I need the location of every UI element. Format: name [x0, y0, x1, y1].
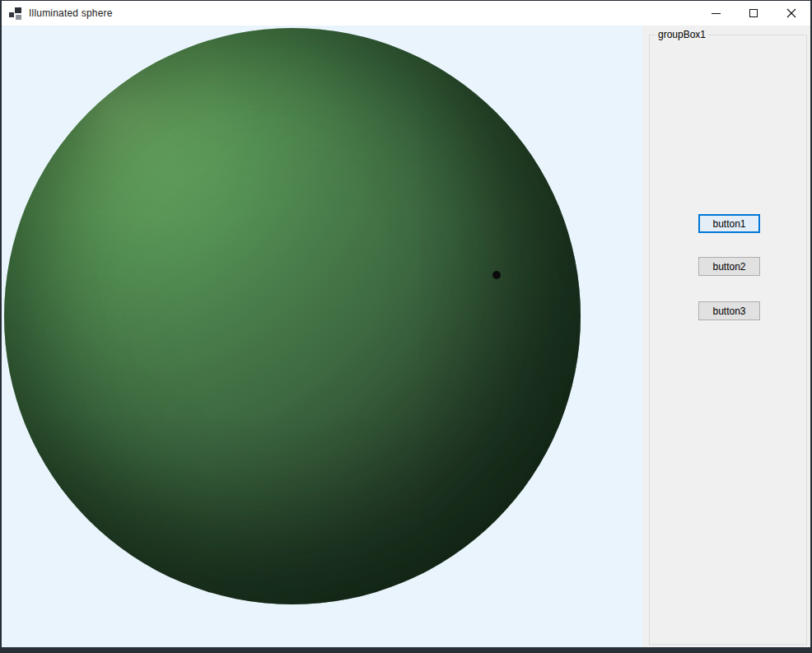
minimize-button[interactable] — [697, 1, 735, 26]
app-window: Illuminated sphere groupBox1 button1 — [0, 0, 812, 653]
side-panel: groupBox1 button1 button2 button3 — [642, 26, 810, 647]
button3[interactable]: button3 — [698, 301, 760, 320]
groupbox-label: groupBox1 — [656, 29, 708, 40]
groupbox: groupBox1 button1 button2 button3 — [649, 35, 807, 645]
titlebar[interactable]: Illuminated sphere — [2, 1, 810, 26]
window-title: Illuminated sphere — [29, 7, 113, 19]
window-minimize-icon — [712, 13, 721, 14]
button2[interactable]: button2 — [698, 257, 760, 276]
render-canvas[interactable] — [2, 26, 642, 647]
button1[interactable]: button1 — [698, 214, 760, 233]
application-icon — [9, 7, 22, 20]
window-maximize-icon — [749, 9, 758, 17]
light-position-dot — [492, 271, 501, 279]
window-close-icon — [786, 8, 796, 18]
illuminated-sphere — [4, 28, 581, 604]
maximize-button[interactable] — [735, 1, 772, 26]
close-button[interactable] — [772, 1, 810, 26]
window-controls — [697, 1, 810, 26]
